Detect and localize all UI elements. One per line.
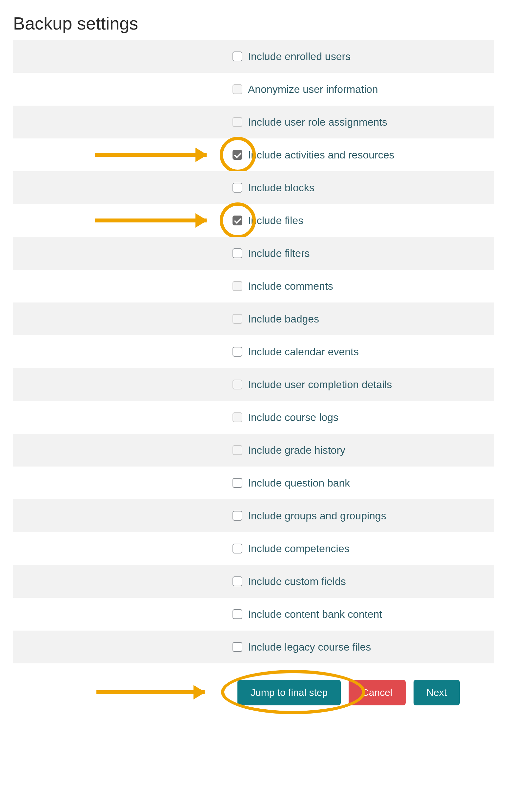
- annotation-arrow-icon: [95, 153, 207, 157]
- setting-row: Include filters: [13, 237, 494, 270]
- setting-row: Include grade history: [13, 434, 494, 467]
- setting-label: Include blocks: [245, 182, 315, 194]
- page-title: Backup settings: [13, 13, 494, 34]
- button-row: Jump to final step Cancel Next: [13, 663, 494, 705]
- setting-label: Include calendar events: [245, 346, 359, 358]
- setting-label: Include badges: [245, 313, 319, 325]
- setting-row: Include competencies: [13, 532, 494, 565]
- setting-label: Include grade history: [245, 444, 345, 456]
- setting-label: Include content bank content: [245, 608, 382, 620]
- setting-checkbox[interactable]: [232, 478, 242, 488]
- setting-checkbox[interactable]: [232, 52, 242, 61]
- setting-checkbox: [232, 84, 242, 94]
- setting-row: Include groups and groupings: [13, 499, 494, 532]
- setting-row: Include badges: [13, 303, 494, 335]
- setting-label: Include filters: [245, 248, 310, 260]
- setting-checkbox[interactable]: [232, 347, 242, 357]
- setting-label: Include comments: [245, 280, 333, 292]
- setting-row: Include content bank content: [13, 598, 494, 631]
- setting-label: Include user role assignments: [245, 116, 387, 128]
- setting-checkbox: [232, 413, 242, 422]
- setting-checkbox[interactable]: [232, 248, 242, 258]
- annotation-arrow-icon: [95, 218, 207, 222]
- cancel-button[interactable]: Cancel: [349, 680, 405, 705]
- setting-checkbox[interactable]: [232, 577, 242, 586]
- jump-to-final-step-button[interactable]: Jump to final step: [237, 680, 341, 705]
- settings-list: Include enrolled usersAnonymize user inf…: [13, 40, 494, 663]
- setting-row: Include custom fields: [13, 565, 494, 598]
- setting-row: Include user role assignments: [13, 106, 494, 139]
- setting-row: Include course logs: [13, 401, 494, 434]
- setting-checkbox: [232, 281, 242, 291]
- setting-checkbox[interactable]: [232, 642, 242, 652]
- setting-label: Anonymize user information: [245, 83, 378, 96]
- setting-label: Include files: [245, 215, 303, 227]
- annotation-arrow-icon: [97, 690, 205, 694]
- setting-label: Include custom fields: [245, 576, 346, 588]
- setting-row: Include question bank: [13, 467, 494, 499]
- setting-label: Include course logs: [245, 412, 338, 424]
- setting-row: Include enrolled users: [13, 40, 494, 73]
- setting-row: Include comments: [13, 270, 494, 303]
- setting-label: Include legacy course files: [245, 641, 371, 653]
- setting-label: Include question bank: [245, 477, 350, 489]
- setting-checkbox: [232, 445, 242, 455]
- setting-row: Include activities and resources: [13, 139, 494, 171]
- setting-checkbox: [232, 314, 242, 324]
- setting-label: Include enrolled users: [245, 51, 350, 63]
- setting-row: Anonymize user information: [13, 73, 494, 106]
- setting-checkbox: [232, 117, 242, 127]
- setting-row: Include blocks: [13, 171, 494, 204]
- setting-label: Include activities and resources: [245, 149, 394, 161]
- setting-row: Include user completion details: [13, 368, 494, 401]
- setting-checkbox[interactable]: [232, 150, 242, 160]
- next-button[interactable]: Next: [413, 680, 460, 705]
- setting-checkbox[interactable]: [232, 183, 242, 193]
- setting-label: Include user completion details: [245, 379, 392, 391]
- setting-checkbox[interactable]: [232, 544, 242, 553]
- setting-checkbox[interactable]: [232, 511, 242, 521]
- setting-row: Include calendar events: [13, 335, 494, 368]
- setting-row: Include files: [13, 204, 494, 237]
- setting-label: Include groups and groupings: [245, 510, 386, 522]
- setting-checkbox[interactable]: [232, 216, 242, 225]
- setting-row: Include legacy course files: [13, 631, 494, 663]
- setting-checkbox[interactable]: [232, 609, 242, 619]
- setting-label: Include competencies: [245, 543, 350, 555]
- setting-checkbox: [232, 380, 242, 389]
